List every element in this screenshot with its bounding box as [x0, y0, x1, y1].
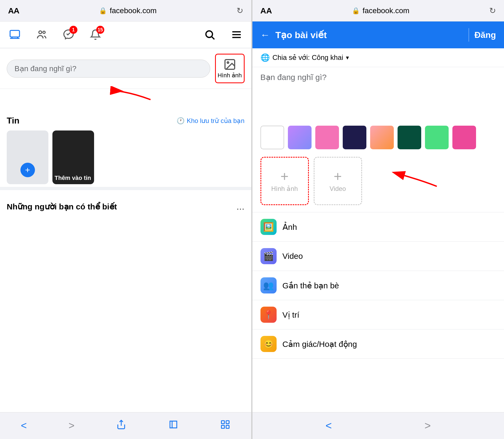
- left-browser-bar: AA 🔒 facebook.com ↻: [0, 0, 251, 21]
- feeling-icon-wrap: 😊: [260, 336, 277, 352]
- video-icon: 🎬: [263, 251, 274, 261]
- bg-dark2[interactable]: [398, 126, 421, 149]
- location-icon-wrap: 📍: [260, 307, 277, 323]
- pymk-dots[interactable]: ...: [236, 201, 244, 212]
- bg-pink[interactable]: [315, 126, 339, 149]
- tin-title: Tin: [7, 116, 19, 126]
- svg-rect-17: [226, 421, 229, 424]
- messenger-badge: 1: [69, 26, 77, 34]
- tin-header: Tin 🕐 Kho lưu trữ của bạn: [7, 116, 245, 126]
- left-refresh-icon[interactable]: ↻: [237, 6, 243, 15]
- nav-friends[interactable]: [32, 25, 51, 44]
- svg-point-12: [227, 62, 229, 63]
- notifications-badge: 15: [96, 26, 104, 34]
- story-card-label: Thêm vào tin: [55, 175, 91, 182]
- bg-white[interactable]: [260, 126, 284, 149]
- nav-messenger[interactable]: 1: [59, 25, 78, 44]
- bg-pattern[interactable]: [370, 126, 394, 149]
- create-post-title: Tạo bài viết: [276, 30, 463, 40]
- hinh-anh-button[interactable]: Hình ảnh: [215, 54, 245, 83]
- story-card[interactable]: Thêm vào tin: [52, 130, 94, 184]
- photo-plus-icon: +: [280, 169, 288, 183]
- bg-gradient1[interactable]: [288, 126, 312, 149]
- tag-icon-wrap: 👥: [260, 277, 277, 293]
- header-divider: [469, 28, 469, 42]
- right-bottom-bar: < >: [252, 412, 504, 439]
- location-icon: 📍: [263, 310, 274, 320]
- dropdown-arrow: ▾: [346, 54, 349, 61]
- share-label: Chia sẻ với: Công khai: [273, 53, 343, 62]
- create-post-header: ← Tạo bài viết Đăng: [252, 21, 504, 48]
- left-url-bar: 🔒 facebook.com: [24, 6, 231, 15]
- action-tag[interactable]: 👥 Gắn thẻ bạn bè: [252, 271, 504, 300]
- bg-colors: [252, 121, 504, 154]
- story-add[interactable]: +: [7, 130, 48, 184]
- fb-navbar: 1 15: [0, 21, 251, 48]
- right-url-bar: 🔒 facebook.com: [277, 6, 484, 15]
- photo-upload-box[interactable]: + Hình ảnh: [260, 157, 309, 205]
- left-share-icon[interactable]: [116, 419, 126, 432]
- left-bookmarks-icon[interactable]: [168, 419, 178, 432]
- arrow-area: [0, 89, 251, 110]
- tin-section: Tin 🕐 Kho lưu trữ của bạn + Thêm vào tin: [0, 110, 251, 187]
- story-add-circle: +: [20, 163, 35, 177]
- nav-menu[interactable]: [227, 25, 246, 44]
- nav-notifications[interactable]: 15: [86, 25, 105, 44]
- separator1: [0, 187, 251, 190]
- action-location-label: Vị trí: [283, 310, 299, 320]
- red-arrow-svg: [75, 86, 156, 108]
- svg-rect-0: [10, 30, 20, 37]
- action-feeling[interactable]: 😊 Cảm giác/Hoạt động: [252, 329, 504, 359]
- back-button[interactable]: ←: [260, 29, 270, 41]
- bg-dark[interactable]: [343, 126, 366, 149]
- bg-pink2[interactable]: [452, 126, 476, 149]
- post-bar: Bạn đang nghĩ gì? Hình ảnh: [0, 48, 251, 89]
- action-location[interactable]: 📍 Vị trí: [252, 300, 504, 329]
- right-lock-icon: 🔒: [352, 7, 360, 14]
- post-textarea[interactable]: Bạn đang nghĩ gì?: [252, 67, 504, 121]
- left-domain[interactable]: facebook.com: [110, 6, 156, 15]
- left-forward-icon[interactable]: >: [69, 420, 74, 431]
- right-panel: AA 🔒 facebook.com ↻ ← Tạo bài viết Đăng …: [252, 0, 504, 439]
- left-bottom-bar: < >: [0, 412, 251, 439]
- nav-search[interactable]: [200, 25, 219, 44]
- tag-icon: 👥: [263, 280, 274, 291]
- photo-icon-wrap: 🖼️: [260, 219, 277, 235]
- share-settings[interactable]: 🌐 Chia sẻ với: Công khai ▾: [252, 48, 504, 67]
- globe-icon: 🌐: [260, 53, 270, 62]
- upload-area: + Hình ảnh + Video: [252, 154, 504, 210]
- left-back-icon[interactable]: <: [21, 420, 27, 431]
- action-list: 🖼️ Ảnh 🎬 Video 👥 Gắn thẻ bạn bè 📍 Vị trí: [252, 212, 504, 359]
- left-tabs-icon[interactable]: [220, 419, 230, 432]
- video-icon-wrap: 🎬: [260, 248, 277, 264]
- pymk-header: Những người bạn có thể biết ...: [7, 201, 245, 212]
- nav-home[interactable]: [5, 25, 24, 44]
- what-thinking-input[interactable]: Bạn đang nghĩ gì?: [7, 60, 210, 78]
- svg-point-6: [206, 31, 213, 38]
- action-photo-label: Ảnh: [283, 222, 297, 232]
- hinh-anh-label: Hình ảnh: [217, 72, 242, 79]
- right-filler: [252, 359, 504, 412]
- tin-storage[interactable]: 🕐 Kho lưu trữ của bạn: [177, 117, 245, 125]
- right-forward-icon[interactable]: >: [424, 420, 431, 432]
- svg-point-4: [39, 31, 42, 34]
- svg-rect-19: [226, 425, 229, 428]
- feeling-icon: 😊: [263, 339, 274, 349]
- photo-icon: 🖼️: [263, 222, 274, 232]
- action-video[interactable]: 🎬 Video: [252, 242, 504, 271]
- photo-upload-label: Hình ảnh: [271, 185, 298, 193]
- right-back-icon[interactable]: <: [326, 420, 332, 432]
- video-plus-icon: +: [334, 169, 342, 183]
- upload-area-container: + Hình ảnh + Video: [252, 154, 504, 210]
- action-photo[interactable]: 🖼️ Ảnh: [252, 212, 504, 242]
- svg-line-7: [212, 37, 214, 39]
- right-domain[interactable]: facebook.com: [363, 6, 409, 15]
- dang-button[interactable]: Đăng: [474, 30, 496, 40]
- pymk-section: Những người bạn có thể biết ...: [0, 195, 251, 218]
- video-upload-box[interactable]: + Video: [314, 157, 362, 205]
- video-upload-label: Video: [330, 185, 346, 193]
- action-feeling-label: Cảm giác/Hoạt động: [283, 339, 357, 349]
- right-refresh-icon[interactable]: ↻: [489, 6, 496, 15]
- left-panel: AA 🔒 facebook.com ↻: [0, 0, 252, 439]
- bg-green[interactable]: [425, 126, 449, 149]
